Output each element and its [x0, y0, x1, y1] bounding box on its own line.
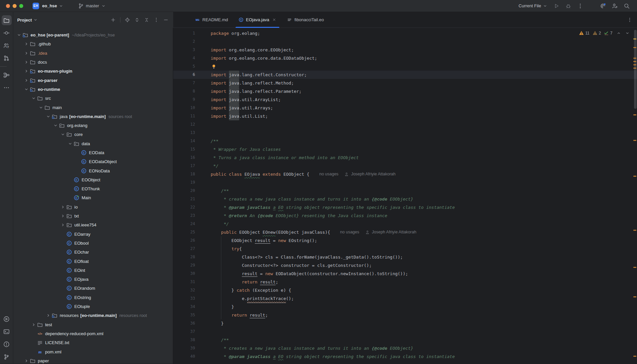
code-line[interactable]: 40 * @param javaClass a EO string object…	[173, 352, 637, 361]
collapse-all-icon[interactable]	[144, 17, 149, 23]
tree-item[interactable]: data	[13, 139, 173, 148]
chevron-down-icon[interactable]	[16, 32, 23, 37]
tree-item[interactable]: main	[13, 103, 173, 112]
stripe-mark[interactable]	[633, 47, 636, 48]
tree-item[interactable]: CEOarray	[13, 230, 173, 239]
tree-item[interactable]: txt	[13, 212, 173, 220]
tool-window-run-icon[interactable]	[0, 313, 13, 325]
stripe-mark[interactable]	[633, 58, 636, 59]
stripe-mark[interactable]	[633, 230, 636, 231]
editor-scrollbar[interactable]	[634, 30, 637, 109]
chevron-down-icon[interactable]	[59, 132, 66, 137]
tree-item[interactable]: test	[13, 320, 173, 329]
tree-item[interactable]: </>dependency-reduced-pom.xml	[13, 329, 173, 338]
tool-window-learn-icon[interactable]: ?	[0, 39, 13, 52]
tool-window-pull-requests-icon[interactable]	[0, 52, 13, 64]
tree-item[interactable]: LICENSE.txt	[13, 338, 173, 347]
tree-item[interactable]: CMain	[13, 193, 173, 202]
code-line[interactable]: 1package org.eolang;	[173, 29, 637, 37]
code-line[interactable]: 12	[173, 120, 637, 129]
warnings-count[interactable]: 11	[579, 30, 589, 35]
stripe-mark[interactable]	[633, 64, 636, 65]
tree-item[interactable]: CEOfloat	[13, 257, 173, 266]
tree-item[interactable]: eo-maven-plugin	[13, 67, 173, 76]
chevron-right-icon[interactable]	[59, 205, 66, 210]
code-line[interactable]: 9import java.util.ArrayList;	[173, 95, 637, 104]
quickfix-bulb-icon[interactable]	[211, 64, 216, 69]
tool-window-structure-icon[interactable]	[0, 69, 13, 81]
tree-item[interactable]: CEObool	[13, 239, 173, 248]
run-configuration-selector[interactable]: Current File	[519, 3, 547, 8]
tree-item[interactable]: core	[13, 130, 173, 139]
code-line[interactable]: 36 }	[173, 319, 637, 328]
tree-item[interactable]: CEOjava	[13, 275, 173, 284]
code-line[interactable]: 25 public EOObject EOnew(EOObject javaCl…	[173, 228, 637, 236]
tool-window-version-control-icon[interactable]	[0, 350, 13, 363]
tree-item[interactable]: eo-runtime	[13, 85, 173, 94]
chevron-down-icon[interactable]	[45, 114, 52, 119]
tool-window-problems-icon[interactable]	[0, 338, 13, 350]
tree-item[interactable]: CEONoData	[13, 166, 173, 175]
chevron-down-icon[interactable]	[23, 87, 30, 92]
tool-window-terminal-icon[interactable]	[0, 325, 13, 338]
chevron-right-icon[interactable]	[23, 69, 30, 74]
code-line[interactable]: 37	[173, 328, 637, 336]
code-line[interactable]: 13	[173, 129, 637, 137]
tree-item[interactable]: CEOtuple	[13, 302, 173, 311]
code-with-me-icon[interactable]	[612, 3, 618, 9]
chevron-right-icon[interactable]	[23, 358, 30, 363]
tree-item[interactable]: mpom.xml	[13, 347, 173, 356]
project-panel-title[interactable]: Project	[17, 18, 38, 23]
maximize-window-button[interactable]	[19, 4, 23, 8]
stripe-mark[interactable]	[633, 114, 636, 115]
code-line[interactable]: 3import org.eolang.core.EOObject;	[173, 46, 637, 54]
debug-icon[interactable]	[565, 3, 571, 9]
code-area[interactable]: 1package org.eolang;23import org.eolang.…	[173, 28, 637, 361]
locate-icon[interactable]	[125, 17, 130, 23]
code-line[interactable]: 20 /**	[173, 187, 637, 195]
options-kebab-icon[interactable]	[154, 17, 159, 23]
chevron-right-icon[interactable]	[59, 222, 66, 227]
tree-item[interactable]: CEOThunk	[13, 184, 173, 193]
code-line[interactable]: 29 Constructor<?> constructor = cls.getC…	[173, 261, 637, 270]
tree-item[interactable]: java[eo-runtime.main]sources root	[13, 112, 173, 121]
run-icon[interactable]	[553, 3, 559, 9]
code-line[interactable]: 34 }	[173, 303, 637, 311]
chevron-down-icon[interactable]	[37, 105, 44, 110]
hide-icon[interactable]	[163, 17, 169, 23]
chevron-right-icon[interactable]	[23, 78, 30, 83]
tree-item[interactable]: CEOstring	[13, 293, 173, 302]
code-line[interactable]: 16 * Turns a java class instance or meth…	[173, 153, 637, 162]
branch-switcher[interactable]: master	[78, 3, 106, 9]
tool-window-project-icon[interactable]	[0, 14, 13, 27]
code-line[interactable]: 19	[173, 178, 637, 187]
stripe-mark[interactable]	[633, 176, 636, 177]
close-tab-icon[interactable]	[272, 18, 276, 22]
search-everywhere-icon[interactable]	[624, 3, 630, 9]
close-window-button[interactable]	[6, 4, 10, 8]
code-line[interactable]: 14/**	[173, 137, 637, 145]
tree-item[interactable]: CEODataObject	[13, 157, 173, 166]
code-line[interactable]: 38 /**	[173, 336, 637, 344]
tree-item[interactable]: CEOObject	[13, 175, 173, 184]
code-line[interactable]: 27 try{	[173, 245, 637, 253]
tree-item[interactable]: util.ieee754	[13, 220, 173, 229]
code-line[interactable]: 32 } catch (Exception e) {	[173, 286, 637, 294]
expand-all-icon[interactable]	[134, 17, 140, 23]
code-line[interactable]: 24 */	[173, 220, 637, 228]
code-line[interactable]: 8import java.lang.reflect.Parameter;	[173, 87, 637, 95]
code-line[interactable]: 33 e.printStackTrace();	[173, 294, 637, 303]
code-line[interactable]: 39 * creates a new java class instance a…	[173, 344, 637, 352]
editor[interactable]: 1package org.eolang;23import org.eolang.…	[173, 28, 637, 364]
tree-item[interactable]: docs	[13, 58, 173, 67]
code-line[interactable]: 11import java.util.List;	[173, 112, 637, 120]
tree-item[interactable]: .idea	[13, 49, 173, 58]
chevron-right-icon[interactable]	[23, 60, 30, 65]
tree-item[interactable]: CEOrandom	[13, 284, 173, 293]
ai-assistant-icon[interactable]	[600, 3, 606, 9]
code-line[interactable]: 4import org.eolang.core.data.EODataObjec…	[173, 54, 637, 62]
tree-item[interactable]: CEOint	[13, 266, 173, 275]
code-line[interactable]: 15 * Wrapper for Java classes	[173, 145, 637, 153]
chevron-right-icon[interactable]	[23, 51, 30, 56]
tree-item[interactable]: eo_hse [eo-parent]~/IdeaProjects/eo_hse	[13, 30, 173, 39]
